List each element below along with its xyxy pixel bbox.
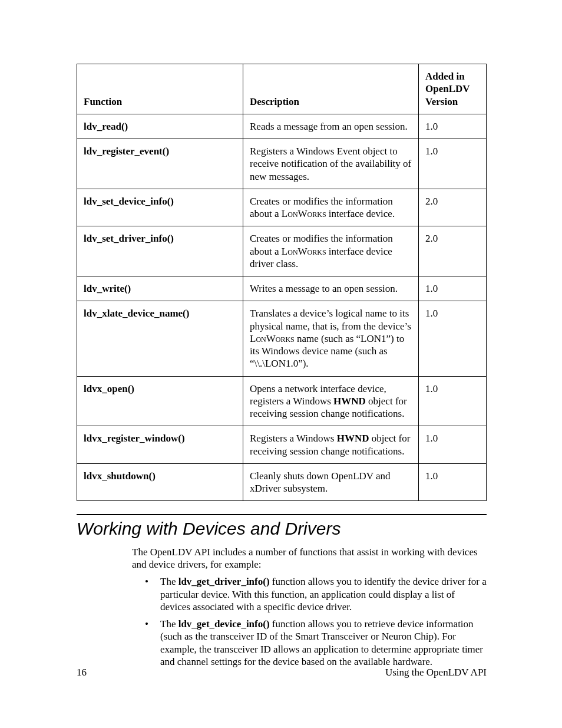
table-row: ldvx_open()Opens a network interface dev… — [77, 376, 487, 426]
table-row: ldv_xlate_device_name()Translates a devi… — [77, 301, 487, 376]
table-header-row: Function Description Added in OpenLDV Ve… — [77, 64, 487, 114]
table-row: ldv_register_event()Registers a Windows … — [77, 139, 487, 189]
table-row: ldvx_shutdown()Cleanly shuts down OpenLD… — [77, 463, 487, 501]
function-version: 2.0 — [419, 226, 487, 276]
function-name: ldv_set_driver_info() — [77, 226, 243, 276]
function-name: ldv_write() — [77, 276, 243, 301]
function-name: ldvx_register_window() — [77, 426, 243, 464]
function-version: 1.0 — [419, 301, 487, 376]
function-version: 1.0 — [419, 426, 487, 464]
page-footer: 16 Using the OpenLDV API — [77, 666, 487, 678]
bullet-pre: The — [160, 618, 178, 630]
function-version: 1.0 — [419, 463, 487, 501]
col-version: Added in OpenLDV Version — [419, 64, 487, 114]
function-version: 2.0 — [419, 189, 487, 226]
desc-smallcaps: LonWorks — [282, 208, 326, 219]
function-version: 1.0 — [419, 114, 487, 139]
function-version: 1.0 — [419, 139, 487, 189]
desc-pre: Registers a Windows — [250, 433, 337, 444]
function-description: Reads a message from an open session. — [243, 114, 419, 139]
table-row: ldvx_register_window()Registers a Window… — [77, 426, 487, 464]
section-body: The OpenLDV API includes a number of fun… — [132, 546, 487, 668]
desc-hwnd: HWND — [337, 433, 369, 444]
function-name: ldvx_shutdown() — [77, 463, 243, 501]
col-description: Description — [243, 64, 419, 114]
function-name: ldv_set_device_info() — [77, 189, 243, 226]
function-description: Registers a Windows Event object to rece… — [243, 139, 419, 189]
function-name: ldv_xlate_device_name() — [77, 301, 243, 376]
function-description: Creates or modifies the information abou… — [243, 226, 419, 276]
bullet-pre: The — [160, 576, 178, 587]
table-row: ldv_set_device_info()Creates or modifies… — [77, 189, 487, 226]
function-description: Registers a Windows HWND object for rece… — [243, 426, 419, 464]
function-version: 1.0 — [419, 276, 487, 301]
function-description: Opens a network interface device, regist… — [243, 376, 419, 426]
bullet-list: The ldv_get_driver_info() function allow… — [132, 575, 487, 668]
function-version: 1.0 — [419, 376, 487, 426]
desc-hwnd: HWND — [333, 396, 366, 407]
list-item: The ldv_get_driver_info() function allow… — [132, 575, 487, 613]
function-name: ldvx_open() — [77, 376, 243, 426]
function-description: Creates or modifies the information abou… — [243, 189, 419, 226]
col-function: Function — [77, 64, 243, 114]
desc-smallcaps: LonWorks — [250, 333, 295, 344]
desc-pre: Translates a device’s logical name to it… — [250, 308, 411, 331]
functions-table: Function Description Added in OpenLDV Ve… — [77, 64, 487, 501]
page-number: 16 — [77, 666, 87, 678]
function-description: Translates a device’s logical name to it… — [243, 301, 419, 376]
desc-smallcaps: LonWorks — [282, 246, 326, 257]
function-name: ldv_read() — [77, 114, 243, 139]
section-divider — [77, 514, 487, 515]
function-description: Writes a message to an open session. — [243, 276, 419, 301]
table-row: ldv_set_driver_info()Creates or modifies… — [77, 226, 487, 276]
table-body: ldv_read()Reads a message from an open s… — [77, 114, 487, 501]
bullet-fn: ldv_get_driver_info() — [178, 576, 270, 587]
function-name: ldv_register_event() — [77, 139, 243, 189]
bullet-fn: ldv_get_device_info() — [178, 618, 270, 630]
function-description: Cleanly shuts down OpenLDV and xDriver s… — [243, 463, 419, 501]
desc-post: interface device. — [326, 208, 395, 219]
list-item: The ldv_get_device_info() function allow… — [132, 618, 487, 668]
table-row: ldv_read()Reads a message from an open s… — [77, 114, 487, 139]
doc-title: Using the OpenLDV API — [385, 666, 487, 678]
section-title: Working with Devices and Drivers — [77, 518, 487, 540]
table-row: ldv_write()Writes a message to an open s… — [77, 276, 487, 301]
section-intro: The OpenLDV API includes a number of fun… — [132, 546, 487, 571]
